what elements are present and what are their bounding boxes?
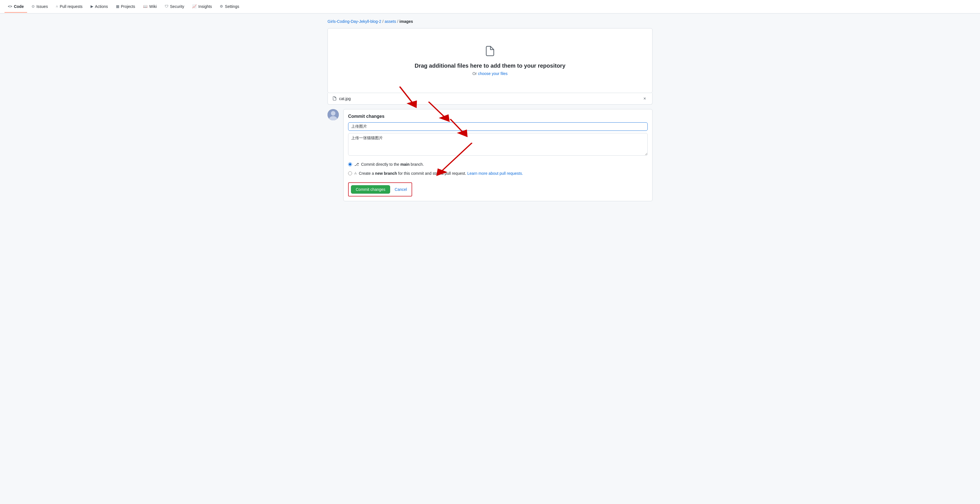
settings-icon: ⚙ [220, 4, 223, 8]
wiki-icon: 📖 [143, 4, 148, 8]
file-icon [332, 96, 337, 101]
nav-bar: <> Code ⊙ Issues ⑃ Pull requests ▶ Actio… [0, 0, 980, 14]
choose-files-link[interactable]: choose your files [478, 71, 508, 76]
commit-message-input[interactable] [348, 122, 648, 131]
breadcrumb-sep-1: / [382, 19, 383, 24]
breadcrumb-assets-link[interactable]: assets [385, 19, 396, 24]
main-content: Girls-Coding-Day-Jekyll-blog-2 / assets … [321, 14, 659, 207]
radio-direct-branch[interactable]: ⎇ Commit directly to the main branch. [348, 160, 648, 169]
commit-form-title: Commit changes [348, 114, 648, 119]
actions-icon: ▶ [91, 4, 93, 8]
nav-item-security[interactable]: 🛡 Security [161, 1, 188, 13]
radio-new-branch[interactable]: ⑃ Create a new branch for this commit an… [348, 169, 648, 178]
svg-point-1 [331, 111, 336, 116]
breadcrumb-sep-2: / [397, 19, 398, 24]
nav-item-insights[interactable]: 📈 Insights [189, 1, 215, 13]
file-row: cat.jpg × [328, 93, 652, 105]
breadcrumb-repo-link[interactable]: Girls-Coding-Day-Jekyll-blog-2 [328, 19, 382, 24]
branch-commit-icon: ⎇ [354, 162, 359, 166]
radio-direct-label: Commit directly to the main branch. [361, 162, 424, 166]
nav-item-actions[interactable]: ▶ Actions [87, 1, 111, 13]
breadcrumb-current: images [399, 19, 413, 24]
commit-changes-button[interactable]: Commit changes [351, 185, 390, 193]
file-row-left: cat.jpg [332, 96, 351, 101]
projects-icon: ▦ [116, 4, 119, 8]
cancel-button[interactable]: Cancel [392, 185, 409, 193]
avatar [328, 109, 339, 120]
new-branch-icon: ⑃ [354, 171, 356, 176]
nav-item-pull-requests[interactable]: ⑃ Pull requests [52, 1, 86, 13]
radio-group: ⎇ Commit directly to the main branch. ⑃ … [348, 160, 648, 178]
nav-item-wiki[interactable]: 📖 Wiki [140, 1, 160, 13]
page-wrapper: Drag additional files here to add them t… [328, 28, 652, 201]
file-upload-icon [333, 45, 647, 59]
radio-new-branch-input[interactable] [348, 171, 352, 175]
drop-zone-subtitle: Or choose your files [333, 71, 647, 76]
nav-item-issues[interactable]: ⊙ Issues [28, 1, 51, 13]
nav-item-settings[interactable]: ⚙ Settings [216, 1, 243, 13]
issues-icon: ⊙ [32, 4, 35, 8]
insights-icon: 📈 [192, 4, 197, 8]
drop-zone-title: Drag additional files here to add them t… [333, 63, 647, 69]
commit-section: Commit changes ⎇ Commit directly to the … [328, 109, 652, 201]
security-icon: 🛡 [165, 4, 169, 8]
file-name: cat.jpg [339, 97, 351, 101]
learn-more-link[interactable]: Learn more about pull requests. [467, 171, 523, 176]
nav-item-projects[interactable]: ▦ Projects [113, 1, 139, 13]
nav-item-code[interactable]: <> Code [5, 1, 27, 13]
code-icon: <> [8, 4, 12, 8]
radio-new-branch-label: Create a new branch for this commit and … [359, 171, 523, 176]
drop-zone[interactable]: Drag additional files here to add them t… [328, 28, 652, 93]
breadcrumb: Girls-Coding-Day-Jekyll-blog-2 / assets … [328, 19, 652, 24]
pull-request-icon: ⑃ [56, 4, 58, 8]
commit-form: Commit changes ⎇ Commit directly to the … [343, 109, 652, 201]
commit-extended-description[interactable] [348, 133, 648, 155]
radio-direct-input[interactable] [348, 162, 352, 166]
file-row-close-button[interactable]: × [642, 96, 648, 101]
button-row: Commit changes Cancel [348, 182, 412, 197]
branch-name: main [400, 162, 410, 166]
